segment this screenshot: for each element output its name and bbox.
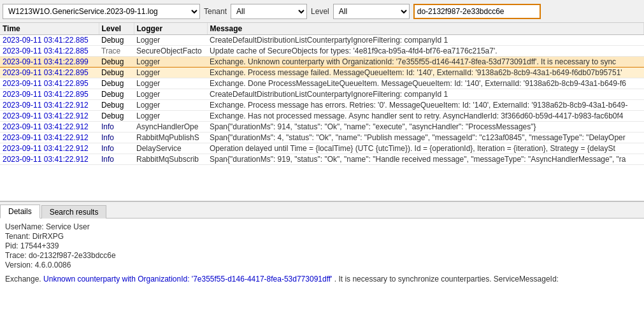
col-message[interactable]: Message <box>207 23 644 35</box>
cell-level: Debug <box>99 57 134 68</box>
tenant-select[interactable]: All <box>231 4 307 19</box>
cell-time[interactable]: 2023-09-11 03:41:22.912 <box>0 100 99 111</box>
table-row[interactable]: 2023-09-11 03:41:22.895DebugLoggerCreate… <box>0 89 644 100</box>
col-level[interactable]: Level <box>99 23 134 35</box>
cell-logger: Logger <box>134 35 207 46</box>
cell-level: Debug <box>99 68 134 78</box>
detail-tenant: Tenant: DirRXPG <box>5 232 639 241</box>
bottom-tabs: Details Search results <box>0 202 644 219</box>
cell-level: Info <box>99 122 134 133</box>
cell-logger: AsyncHandlerOpe <box>134 122 207 133</box>
cell-logger: Logger <box>134 111 207 122</box>
table-row[interactable]: 2023-09-11 03:41:22.912InfoDelayServiceO… <box>0 143 644 154</box>
detail-message: Exchange. Unknown counterparty with Orga… <box>5 275 639 284</box>
tab-details[interactable]: Details <box>0 205 40 219</box>
detail-username: UserName: Service User <box>5 222 639 231</box>
cell-logger: RabbitMqSubscrib <box>134 154 207 165</box>
col-time[interactable]: Time <box>0 23 99 35</box>
cell-time[interactable]: 2023-09-11 03:41:22.895 <box>0 78 99 89</box>
table-row[interactable]: 2023-09-11 03:41:22.912InfoRabbitMqPubli… <box>0 133 644 143</box>
cell-message: Span{"durationMs": 914, "status": "Ok", … <box>207 122 644 133</box>
cell-level: Debug <box>99 89 134 100</box>
cell-time[interactable]: 2023-09-11 03:41:22.912 <box>0 111 99 122</box>
cell-message: Update cache of SecureObjects for types:… <box>207 46 644 57</box>
detail-message-suffix: . It is necessary to synchronize counter… <box>334 275 559 284</box>
cell-level: Info <box>99 143 134 154</box>
log-table-body: 2023-09-11 03:41:22.885DebugLoggerCreate… <box>0 35 644 165</box>
search-input[interactable] <box>413 4 541 19</box>
cell-logger: Logger <box>134 78 207 89</box>
cell-level: Info <box>99 133 134 143</box>
cell-time[interactable]: 2023-09-11 03:41:22.912 <box>0 133 99 143</box>
cell-time[interactable]: 2023-09-11 03:41:22.895 <box>0 89 99 100</box>
cell-time[interactable]: 2023-09-11 03:41:22.899 <box>0 57 99 68</box>
cell-logger: SecureObjectFacto <box>134 46 207 57</box>
cell-time[interactable]: 2023-09-11 03:41:22.895 <box>0 68 99 78</box>
table-row[interactable]: 2023-09-11 03:41:22.895DebugLoggerExchan… <box>0 68 644 78</box>
cell-logger: DelayService <box>134 143 207 154</box>
cell-time[interactable]: 2023-09-11 03:41:22.885 <box>0 46 99 57</box>
cell-logger: Logger <box>134 100 207 111</box>
cell-time[interactable]: 2023-09-11 03:41:22.912 <box>0 154 99 165</box>
cell-level: Debug <box>99 78 134 89</box>
table-row[interactable]: 2023-09-11 03:41:22.912InfoAsyncHandlerO… <box>0 122 644 133</box>
table-row[interactable]: 2023-09-11 03:41:22.912DebugLoggerExchan… <box>0 111 644 122</box>
table-row[interactable]: 2023-09-11 03:41:22.895DebugLoggerExchan… <box>0 78 644 89</box>
cell-logger: Logger <box>134 68 207 78</box>
bottom-panel: Details Search results UserName: Service… <box>0 201 644 323</box>
detail-message-link[interactable]: Unknown counterparty with OrganizationId… <box>43 275 332 284</box>
cell-logger: RabbitMqPublishS <box>134 133 207 143</box>
toolbar: W1213W1O.GenericService.2023-09-11.log T… <box>0 0 644 23</box>
cell-level: Debug <box>99 100 134 111</box>
detail-version: Version: 4.6.0.0086 <box>5 261 639 269</box>
detail-message-prefix: Exchange. <box>5 275 41 284</box>
level-label: Level <box>311 7 329 16</box>
table-row[interactable]: 2023-09-11 03:41:22.912DebugLoggerExchan… <box>0 100 644 111</box>
cell-level: Debug <box>99 35 134 46</box>
cell-level: Trace <box>99 46 134 57</box>
table-header-row: Time Level Logger Message <box>0 23 644 35</box>
detail-pid: Pid: 17544+339 <box>5 241 639 250</box>
cell-level: Info <box>99 154 134 165</box>
cell-message: Span{"durationMs": 919, "status": "Ok", … <box>207 154 644 165</box>
cell-time[interactable]: 2023-09-11 03:41:22.885 <box>0 35 99 46</box>
cell-message: Exchange. Process message failed. Messag… <box>207 68 644 78</box>
cell-message: CreateDefaultDistributionListCounterpart… <box>207 35 644 46</box>
table-row[interactable]: 2023-09-11 03:41:22.885TraceSecureObject… <box>0 46 644 57</box>
cell-message: Operation delayed until Time = {localTim… <box>207 143 644 154</box>
cell-time[interactable]: 2023-09-11 03:41:22.912 <box>0 143 99 154</box>
cell-message: Exchange. Unknown counterparty with Orga… <box>207 57 644 68</box>
level-select[interactable]: All DebugTraceInfoWarnError <box>333 4 410 19</box>
cell-level: Debug <box>99 111 134 122</box>
log-table-container: Time Level Logger Message 2023-09-11 03:… <box>0 23 644 201</box>
bottom-content: UserName: Service User Tenant: DirRXPG P… <box>0 219 644 323</box>
cell-time[interactable]: 2023-09-11 03:41:22.912 <box>0 122 99 133</box>
cell-message: Exchange. Done ProcessMessageLiteQueueIt… <box>207 78 644 89</box>
table-row[interactable]: 2023-09-11 03:41:22.912InfoRabbitMqSubsc… <box>0 154 644 165</box>
cell-logger: Logger <box>134 89 207 100</box>
file-select[interactable]: W1213W1O.GenericService.2023-09-11.log <box>3 4 200 19</box>
tab-search-results[interactable]: Search results <box>41 205 107 219</box>
table-row[interactable]: 2023-09-11 03:41:22.899DebugLoggerExchan… <box>0 57 644 68</box>
table-row[interactable]: 2023-09-11 03:41:22.885DebugLoggerCreate… <box>0 35 644 46</box>
cell-message: CreateDefaultDistributionListCounterpart… <box>207 89 644 100</box>
detail-trace: Trace: do-2132f987-2e33bdcc6e <box>5 251 639 260</box>
cell-logger: Logger <box>134 57 207 68</box>
log-table: Time Level Logger Message 2023-09-11 03:… <box>0 23 644 165</box>
cell-message: Exchange. Has not processed message. Asy… <box>207 111 644 122</box>
cell-message: Span{"durationMs": 4, "status": "Ok", "n… <box>207 133 644 143</box>
tenant-label: Tenant <box>204 7 227 16</box>
cell-message: Exchange. Process message has errors. Re… <box>207 100 644 111</box>
col-logger[interactable]: Logger <box>134 23 207 35</box>
